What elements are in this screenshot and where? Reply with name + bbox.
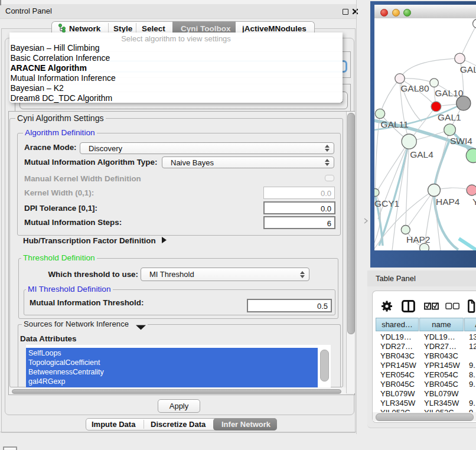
svg-text:HAP2: HAP2 bbox=[406, 234, 431, 244]
svg-text:GAL4: GAL4 bbox=[410, 149, 433, 159]
svg-text:SWI4: SWI4 bbox=[450, 136, 472, 146]
svg-text:GAL1: GAL1 bbox=[438, 112, 461, 122]
svg-text:GCY1: GCY1 bbox=[374, 198, 399, 208]
svg-text:GAL10: GAL10 bbox=[435, 88, 464, 98]
svg-text:GAL: GAL bbox=[460, 64, 476, 74]
svg-text:HAP4: HAP4 bbox=[436, 197, 460, 207]
svg-text:Y: Y bbox=[472, 197, 476, 207]
svg-text:GAL11: GAL11 bbox=[381, 119, 409, 129]
svg-text:GAL80: GAL80 bbox=[400, 83, 429, 93]
